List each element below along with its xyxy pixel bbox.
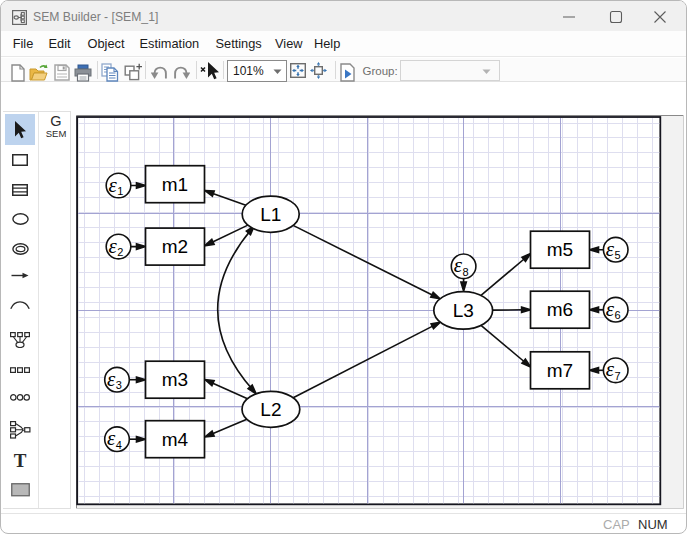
svg-text:L3: L3 <box>453 300 474 321</box>
svg-text:T: T <box>14 452 27 470</box>
svg-text:m1: m1 <box>162 174 188 195</box>
svg-text:m5: m5 <box>547 239 573 260</box>
svg-text:L1: L1 <box>260 204 281 225</box>
svg-text:m6: m6 <box>547 299 573 320</box>
svg-text:m7: m7 <box>547 360 573 381</box>
svg-text:L2: L2 <box>260 399 281 420</box>
svg-text:m2: m2 <box>162 236 188 257</box>
svg-text:m4: m4 <box>162 429 189 450</box>
svg-text:m3: m3 <box>162 369 188 390</box>
